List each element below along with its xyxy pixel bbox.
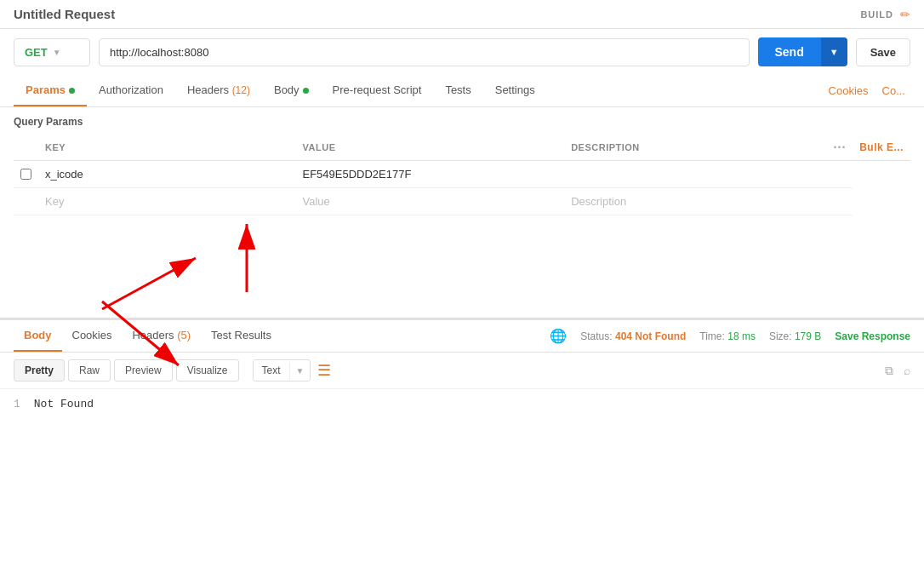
headers-count: (12) — [232, 84, 250, 96]
row-checkbox[interactable] — [20, 169, 31, 180]
tab-headers[interactable]: Headers (12) — [175, 75, 262, 106]
top-right-controls: BUILD ✏ — [860, 8, 910, 21]
row-actions-cell — [826, 161, 853, 188]
params-dot — [69, 88, 75, 94]
row-key: x_icode — [45, 168, 83, 181]
query-params-section: Query Params KEY VALUE DESCRIPTION ··· B… — [0, 107, 924, 215]
row-checkbox-cell — [14, 161, 38, 188]
send-chevron-button[interactable]: ▼ — [821, 37, 847, 66]
tab-pre-request[interactable]: Pre-request Script — [321, 75, 434, 106]
size-info: Size: 179 B — [769, 330, 821, 342]
col-header-actions: ··· — [826, 135, 853, 161]
body-dot — [303, 88, 309, 94]
cookies-link[interactable]: Cookies — [824, 76, 874, 106]
method-label: GET — [25, 46, 48, 59]
placeholder-desc: Description — [571, 195, 626, 208]
build-label: BUILD — [860, 9, 893, 20]
method-dropdown[interactable]: GET ▼ — [14, 38, 90, 66]
format-type-chevron[interactable]: ▼ — [289, 362, 311, 380]
format-tabs: Pretty Raw Preview Visualize Text ▼ ☰ ⧉ … — [0, 353, 924, 389]
cookies-link-2[interactable]: Co... — [877, 76, 910, 106]
params-table: KEY VALUE DESCRIPTION ··· Bulk E... — [14, 135, 910, 215]
tab-body[interactable]: Body — [262, 75, 321, 106]
time-value: 18 ms — [727, 330, 756, 342]
placeholder-value: Value — [303, 195, 330, 208]
response-tab-headers[interactable]: Headers (5) — [122, 320, 201, 352]
response-tab-test-results[interactable]: Test Results — [201, 320, 282, 352]
row-value: EF549E5DDD2E177F — [303, 168, 412, 181]
col-header-bulk: Bulk E... — [853, 135, 910, 161]
response-tab-body[interactable]: Body — [14, 320, 62, 352]
send-button-group: Send ▼ — [758, 37, 847, 66]
tab-tests[interactable]: Tests — [433, 75, 482, 106]
tab-params[interactable]: Params — [14, 75, 87, 106]
format-type-dropdown[interactable]: Text ▼ — [253, 359, 311, 382]
size-value: 179 B — [795, 330, 821, 342]
wrap-icon[interactable]: ☰ — [317, 361, 331, 380]
search-response-icon[interactable]: ⌕ — [904, 364, 910, 377]
save-button[interactable]: Save — [856, 38, 910, 66]
save-response-button[interactable]: Save Response — [835, 330, 910, 342]
col-header-check — [14, 135, 38, 161]
placeholder-key-cell: Key — [38, 188, 296, 215]
copy-icon[interactable]: ⧉ — [885, 364, 893, 378]
format-pretty-button[interactable]: Pretty — [14, 359, 65, 382]
table-placeholder-row: Key Value Description — [14, 188, 910, 215]
edit-icon[interactable]: ✏ — [900, 8, 910, 21]
url-input[interactable] — [99, 38, 750, 66]
top-bar: Untitled Request BUILD ✏ — [0, 0, 924, 29]
time-info: Time: 18 ms — [699, 330, 756, 342]
status-value: 404 Not Found — [615, 330, 686, 342]
method-chevron-icon: ▼ — [53, 48, 61, 57]
response-content: Not Found — [34, 398, 94, 410]
col-header-value: VALUE — [296, 135, 565, 161]
more-icon[interactable]: ··· — [833, 140, 846, 154]
row-desc-cell — [564, 161, 826, 188]
url-bar: GET ▼ Send ▼ Save — [0, 29, 924, 75]
response-tabs-bar: Body Cookies Headers (5) Test Results 🌐 … — [0, 320, 924, 353]
format-visualize-button[interactable]: Visualize — [176, 359, 239, 382]
row-key-cell: x_icode — [38, 161, 296, 188]
format-raw-button[interactable]: Raw — [68, 359, 111, 382]
placeholder-key: Key — [45, 195, 64, 208]
response-area: Body Cookies Headers (5) Test Results 🌐 … — [0, 318, 924, 419]
status-label: Status: 404 Not Found — [580, 330, 686, 342]
row-value-cell: EF549E5DDD2E177F — [296, 161, 565, 188]
top-section: Untitled Request BUILD ✏ GET ▼ Send ▼ Sa… — [0, 0, 924, 318]
query-params-title: Query Params — [14, 116, 910, 128]
title-area: Untitled Request — [14, 7, 115, 21]
request-title: Untitled Request — [14, 7, 115, 21]
send-button[interactable]: Send — [758, 37, 821, 66]
tabs-right: Cookies Co... — [824, 76, 910, 106]
arrows-svg — [0, 215, 924, 318]
bulk-edit-link[interactable]: Bulk E... — [859, 141, 904, 153]
table-row: x_icode EF549E5DDD2E177F — [14, 161, 910, 188]
tab-authorization[interactable]: Authorization — [87, 75, 175, 106]
format-bar-wrapper: Pretty Raw Preview Visualize Text ▼ ☰ ⧉ … — [0, 353, 924, 389]
tab-settings[interactable]: Settings — [483, 75, 547, 106]
arrows-overlay — [0, 215, 924, 318]
request-tabs-bar: Params Authorization Headers (12) Body P… — [0, 75, 924, 107]
format-preview-button[interactable]: Preview — [114, 359, 173, 382]
line-number: 1 — [14, 398, 20, 410]
svg-line-3 — [102, 258, 196, 309]
placeholder-value-cell: Value — [296, 188, 565, 215]
placeholder-desc-cell: Description — [564, 188, 826, 215]
code-area: 1Not Found — [0, 389, 924, 419]
response-headers-count: (5) — [177, 329, 191, 341]
globe-icon[interactable]: 🌐 — [550, 328, 567, 344]
format-type-label: Text — [254, 360, 289, 381]
response-meta: 🌐 Status: 404 Not Found Time: 18 ms Size… — [550, 328, 910, 344]
col-header-key: KEY — [38, 135, 296, 161]
response-tab-cookies[interactable]: Cookies — [62, 320, 123, 352]
col-header-description: DESCRIPTION — [564, 135, 826, 161]
